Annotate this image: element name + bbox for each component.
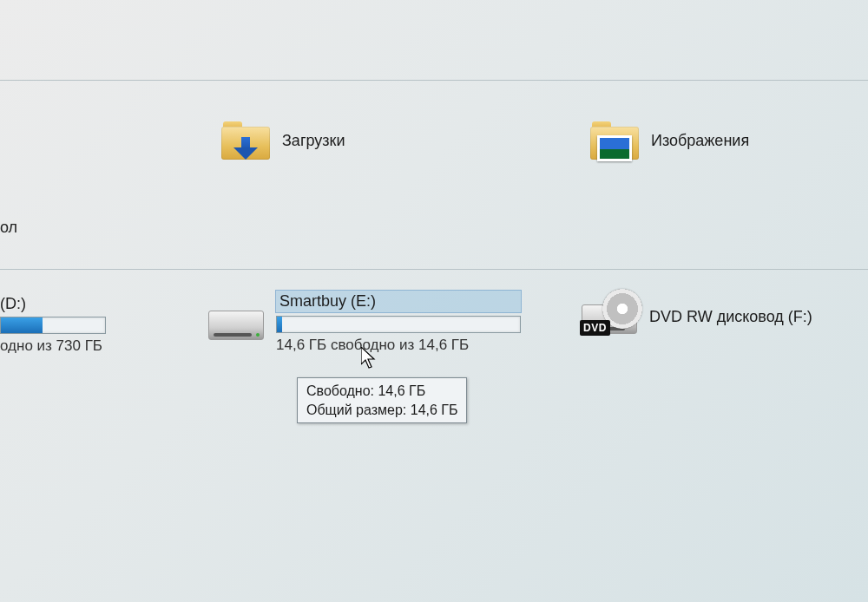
folder-pictures[interactable]: Изображения [590,121,749,160]
drive-tooltip: Свободно: 14,6 ГБ Общий размер: 14,6 ГБ [297,377,467,423]
drive-d-partial[interactable]: (D:) одно из 730 ГБ [0,295,106,355]
drive-name: DVD RW дисковод (F:) [649,308,812,326]
capacity-bar [276,316,521,333]
explorer-content: Загрузки Изображения ол (D:) одно из 730… [0,0,868,602]
folder-icon [590,121,639,160]
drive-name: (D:) [0,295,106,313]
picture-thumb-icon [597,135,632,161]
drive-f[interactable]: DVD DVD RW дисковод (F:) [582,299,812,334]
drive-e[interactable]: Smartbuy (E:) 14,6 ГБ свободно из 14,6 Г… [208,291,521,354]
folder-icon [221,121,270,160]
section-divider [0,80,868,81]
partial-text: ол [0,219,17,237]
drive-status: 14,6 ГБ свободно из 14,6 ГБ [276,337,521,354]
capacity-bar [0,317,106,334]
tooltip-line: Свободно: 14,6 ГБ [306,382,457,401]
folder-downloads[interactable]: Загрузки [221,121,345,160]
section-divider [0,269,868,270]
folder-label: Загрузки [282,132,345,150]
dvd-drive-icon: DVD [582,299,637,334]
tooltip-line: Общий размер: 14,6 ГБ [306,401,457,420]
download-arrow-icon [233,137,258,161]
drive-name: Smartbuy (E:) [276,291,521,312]
dvd-badge: DVD [580,320,610,336]
folder-label: Изображения [651,132,749,150]
drive-icon [208,305,264,340]
drive-status: одно из 730 ГБ [0,337,106,355]
